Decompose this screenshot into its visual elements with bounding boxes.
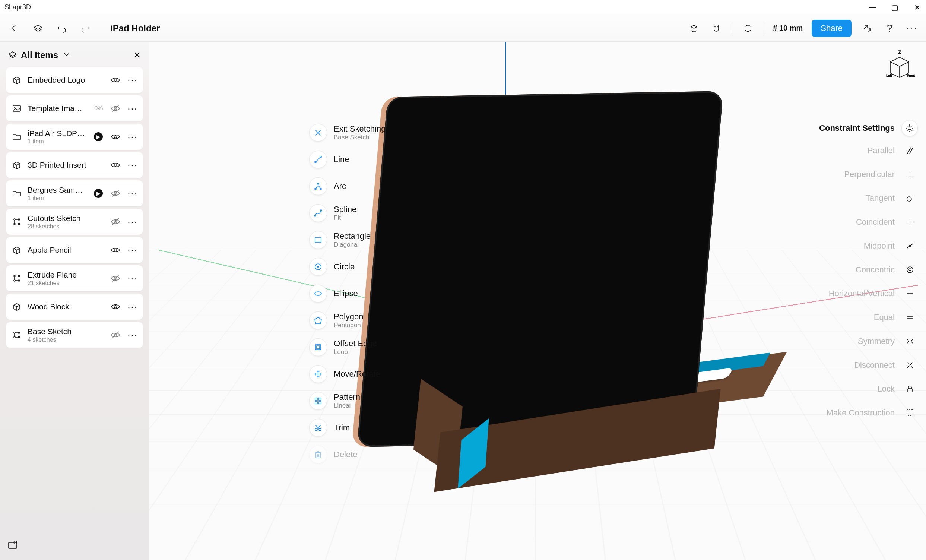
item-row[interactable]: Embedded Logo···: [6, 67, 143, 93]
constraint-perp[interactable]: Perpendicular: [791, 162, 918, 186]
item-row[interactable]: Cutouts Sketch28 sketches···: [6, 209, 143, 235]
item-row[interactable]: Base Sketch4 sketches···: [6, 322, 143, 348]
more-menu-button[interactable]: ···: [905, 21, 918, 35]
tool-spline[interactable]: SplineFit: [306, 200, 425, 226]
svg-point-15: [18, 280, 20, 281]
item-more-button[interactable]: ···: [127, 192, 138, 195]
svg-text:Z: Z: [899, 50, 901, 54]
item-row[interactable]: Template Ima…0%···: [6, 95, 143, 121]
grid-size-label[interactable]: # 10 mm: [773, 24, 803, 32]
visibility-toggle[interactable]: [110, 75, 121, 85]
layers-icon[interactable]: [31, 21, 45, 35]
constraint-tangent[interactable]: Tangent: [791, 186, 918, 210]
item-row[interactable]: Extrude Plane21 sketches···: [6, 265, 143, 291]
item-name: Extrude Plane: [27, 271, 105, 280]
separator: [732, 22, 732, 34]
constraint-coincident[interactable]: Coincident: [791, 210, 918, 234]
item-row[interactable]: 3D Printed Insert···: [6, 152, 143, 178]
tool-trim[interactable]: Trim: [306, 415, 425, 440]
tool-arc[interactable]: Arc: [306, 174, 425, 199]
item-more-button[interactable]: ···: [127, 79, 138, 82]
window-minimize-button[interactable]: —: [868, 3, 877, 12]
constraint-disconnect[interactable]: Disconnect: [791, 353, 918, 377]
svg-point-22: [14, 336, 15, 338]
visibility-toggle[interactable]: [110, 273, 121, 283]
constraint-symmetry[interactable]: Symmetry: [791, 329, 918, 353]
tool-label: Ellipse: [334, 289, 358, 298]
separator: [764, 22, 764, 34]
tool-line[interactable]: Line: [306, 147, 425, 172]
tool-move[interactable]: Move/Rotate: [306, 362, 425, 387]
constraint-lock[interactable]: Lock: [791, 377, 918, 401]
document-name[interactable]: iPad Holder: [110, 23, 160, 33]
visibility-toggle[interactable]: [110, 216, 121, 227]
tool-polygon[interactable]: PolygonPentagon: [306, 308, 425, 333]
expand-button[interactable]: ▶: [94, 189, 103, 198]
window-maximize-button[interactable]: ▢: [890, 3, 899, 12]
svg-text:Left: Left: [886, 74, 892, 77]
tool-offset[interactable]: Offset EdgeLoop: [306, 334, 425, 360]
item-more-button[interactable]: ···: [127, 248, 138, 251]
item-row[interactable]: Wood Block···: [6, 294, 143, 320]
redo-button[interactable]: [79, 21, 92, 35]
item-more-button[interactable]: ···: [127, 163, 138, 166]
item-row[interactable]: Apple Pencil···: [6, 237, 143, 263]
svg-rect-38: [319, 402, 321, 404]
rect-icon: [309, 231, 327, 249]
expand-button[interactable]: [861, 21, 874, 35]
item-row[interactable]: Bergnes Sam…1 item▶···: [6, 180, 143, 206]
view-cube[interactable]: Z Left Front: [883, 49, 916, 83]
cube-view-icon[interactable]: [687, 21, 701, 35]
tool-rect[interactable]: RectangleDiagonal: [306, 227, 425, 253]
tool-close[interactable]: Exit SketchingBase Sketch: [306, 120, 425, 145]
window-close-button[interactable]: ✕: [912, 3, 921, 12]
undo-button[interactable]: [55, 21, 68, 35]
back-button[interactable]: [8, 21, 21, 35]
constraint-concentric[interactable]: Concentric: [791, 258, 918, 282]
tool-sub: Fit: [334, 214, 357, 222]
share-button[interactable]: Share: [812, 20, 852, 37]
section-view-icon[interactable]: [741, 21, 755, 35]
close-panel-button[interactable]: ✕: [133, 50, 141, 61]
feedback-icon[interactable]: [8, 540, 18, 553]
constraints-panel: Constraint Settings ParallelPerpendicula…: [791, 120, 918, 425]
3d-viewport[interactable]: Exit SketchingBase SketchLineArcSplineFi…: [149, 42, 926, 560]
svg-rect-36: [319, 398, 321, 400]
tool-circle[interactable]: Circle: [306, 254, 425, 280]
svg-point-10: [14, 223, 15, 225]
constraint-settings-button[interactable]: [902, 120, 918, 136]
visibility-toggle[interactable]: [110, 103, 121, 114]
item-more-button[interactable]: ···: [127, 333, 138, 336]
constraint-parallel[interactable]: Parallel: [791, 139, 918, 162]
title-bar: Shapr3D — ▢ ✕: [0, 0, 926, 15]
trim-icon: [309, 419, 327, 437]
visibility-toggle[interactable]: [110, 188, 121, 198]
visibility-toggle[interactable]: [110, 160, 121, 170]
constraint-midpoint[interactable]: Midpoint: [791, 234, 918, 258]
visibility-toggle[interactable]: [110, 301, 121, 312]
item-more-button[interactable]: ···: [127, 305, 138, 308]
item-sub: 4 sketches: [27, 336, 105, 343]
visibility-toggle[interactable]: [110, 245, 121, 255]
sketch-tools-panel: Exit SketchingBase SketchLineArcSplineFi…: [306, 120, 425, 467]
chevron-down-icon[interactable]: [63, 51, 70, 59]
tool-label: Spline: [334, 204, 357, 214]
item-row[interactable]: iPad Air SLDP…1 item▶···: [6, 124, 143, 150]
item-more-button[interactable]: ···: [127, 135, 138, 138]
tool-pattern[interactable]: PatternLinear: [306, 388, 425, 413]
item-more-button[interactable]: ···: [127, 277, 138, 280]
help-button[interactable]: ?: [883, 21, 896, 35]
svg-rect-47: [908, 389, 912, 392]
visibility-toggle[interactable]: [110, 132, 121, 142]
visibility-toggle[interactable]: [110, 330, 121, 340]
magnet-icon[interactable]: [710, 21, 723, 35]
tool-ellipse[interactable]: Ellipse: [306, 281, 425, 306]
svg-point-33: [318, 266, 319, 268]
item-more-button[interactable]: ···: [127, 107, 138, 110]
item-more-button[interactable]: ···: [127, 220, 138, 223]
expand-button[interactable]: ▶: [94, 132, 103, 141]
tool-sub: Base Sketch: [334, 134, 386, 141]
constraint-hv[interactable]: Horizontal/Vertical: [791, 282, 918, 306]
constraint-equal[interactable]: Equal: [791, 306, 918, 329]
constraint-construction[interactable]: Make Construction: [791, 401, 918, 425]
